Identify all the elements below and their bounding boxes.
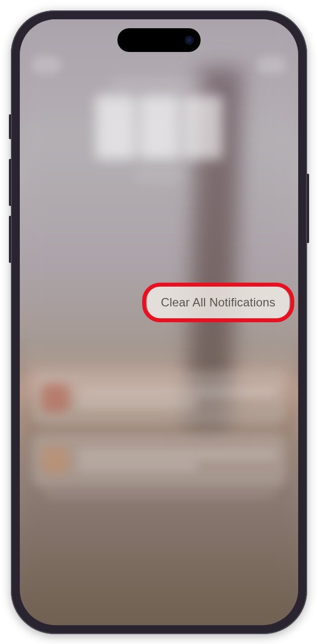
notification-content-blurred [78, 389, 276, 407]
volume-up-button[interactable] [9, 159, 11, 206]
status-indicator-left-blurred [32, 56, 61, 74]
stacked-notifications-indicator [42, 492, 276, 498]
clear-all-wrapper: Clear All Notifications [147, 287, 289, 318]
phone-frame: Clear All Notifications [11, 10, 307, 634]
lock-screen-time-blurred [48, 93, 270, 162]
lock-screen-date-blurred [109, 79, 209, 89]
phone-screen: Clear All Notifications [20, 19, 298, 625]
status-indicator-right-blurred [257, 56, 286, 74]
notification-card-blurred[interactable] [32, 371, 286, 425]
front-camera-icon [185, 36, 194, 45]
dynamic-island[interactable] [117, 28, 201, 52]
notification-stack-blurred [32, 371, 286, 498]
notification-card-blurred[interactable] [32, 433, 286, 488]
notification-content-blurred [78, 451, 276, 470]
volume-down-button[interactable] [9, 216, 11, 263]
lock-screen-subtext-blurred [134, 172, 184, 181]
clear-all-notifications-button[interactable]: Clear All Notifications [147, 287, 289, 318]
power-button[interactable] [307, 174, 309, 243]
app-icon-blurred [42, 446, 69, 474]
app-icon-blurred [42, 384, 69, 412]
lock-screen-clock-blurred [48, 79, 270, 181]
